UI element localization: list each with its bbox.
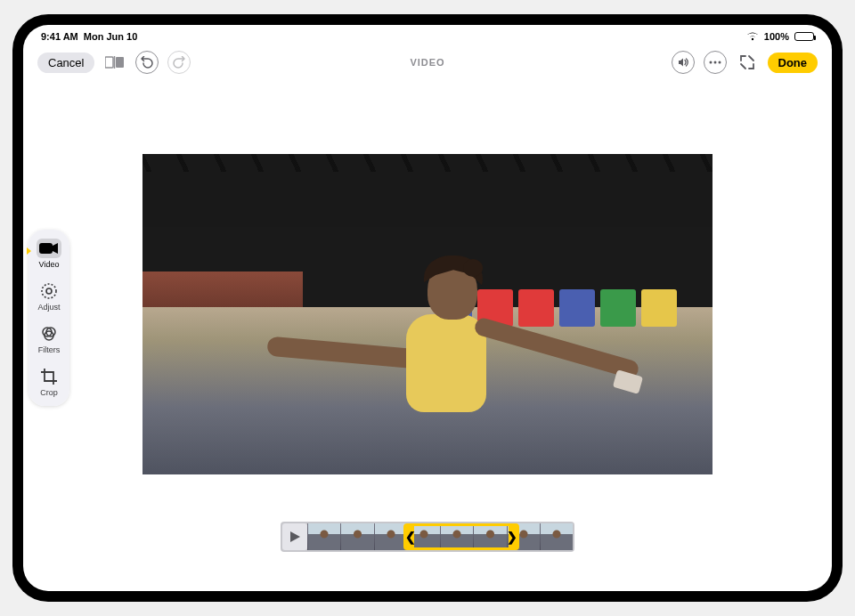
sidebar-item-label: Adjust xyxy=(37,303,60,312)
timeline-thumb xyxy=(307,523,340,550)
ellipsis-icon xyxy=(709,61,721,64)
ipad-device-frame: 9:41 AM Mon Jun 10 100% Cancel xyxy=(12,14,843,602)
svg-rect-2 xyxy=(116,57,124,68)
status-bar: 9:41 AM Mon Jun 10 100% xyxy=(23,28,832,45)
svg-rect-6 xyxy=(39,243,53,254)
screen: 9:41 AM Mon Jun 10 100% Cancel xyxy=(23,25,832,591)
video-preview[interactable] xyxy=(142,154,712,474)
status-date: Mon Jun 10 xyxy=(84,31,138,42)
cancel-button[interactable]: Cancel xyxy=(37,53,94,73)
more-options-button[interactable] xyxy=(704,51,727,74)
battery-percent: 100% xyxy=(764,31,789,42)
timeline[interactable]: ❮ ❯ xyxy=(281,522,574,552)
svg-point-4 xyxy=(713,61,716,64)
speaker-icon xyxy=(677,56,689,69)
svg-point-8 xyxy=(46,288,52,294)
sidebar-item-label: Video xyxy=(39,260,60,269)
redo-button[interactable] xyxy=(167,51,191,74)
done-button[interactable]: Done xyxy=(768,53,818,73)
video-camera-icon xyxy=(37,239,61,258)
aspect-icon xyxy=(105,56,125,69)
sidebar-item-label: Filters xyxy=(38,345,61,354)
sidebar-item-video[interactable]: Video xyxy=(31,239,67,269)
battery-icon xyxy=(794,32,814,41)
svg-rect-0 xyxy=(105,57,113,68)
timeline-thumb xyxy=(473,523,506,550)
crop-icon xyxy=(37,367,61,386)
volume-button[interactable] xyxy=(672,51,695,74)
mode-title: VIDEO xyxy=(410,57,444,68)
aspect-toggle-button[interactable] xyxy=(103,51,126,74)
edit-tools-sidebar: Video Adjust Filters Crop xyxy=(28,230,69,406)
redo-icon xyxy=(173,56,185,69)
sidebar-item-crop[interactable]: Crop xyxy=(31,367,67,397)
adjust-dial-icon xyxy=(37,281,61,301)
trim-handle-left[interactable]: ❮ xyxy=(405,530,416,544)
active-tool-caret-icon xyxy=(27,247,31,255)
fullscreen-button[interactable] xyxy=(736,51,759,74)
video-subject xyxy=(321,261,552,466)
editor-toolbar: Cancel xyxy=(23,45,832,79)
wifi-icon xyxy=(746,32,759,41)
play-button[interactable] xyxy=(282,523,307,550)
undo-button[interactable] xyxy=(135,51,159,74)
timeline-thumb xyxy=(374,523,407,550)
sidebar-item-adjust[interactable]: Adjust xyxy=(31,281,67,312)
filters-circles-icon xyxy=(37,324,61,344)
undo-icon xyxy=(141,56,153,69)
play-icon xyxy=(290,531,300,542)
timeline-area: ❮ ❯ xyxy=(23,522,832,575)
timeline-thumb xyxy=(340,523,373,550)
sidebar-item-label: Crop xyxy=(40,388,58,397)
status-time: 9:41 AM xyxy=(41,31,78,42)
timeline-thumb xyxy=(540,523,573,550)
svg-point-7 xyxy=(42,284,56,298)
svg-point-3 xyxy=(709,61,712,64)
sidebar-item-filters[interactable]: Filters xyxy=(31,324,67,354)
expand-icon xyxy=(739,54,755,70)
preview-area xyxy=(23,79,832,522)
frame-viewer[interactable]: ❮ ❯ xyxy=(307,523,573,550)
svg-point-5 xyxy=(718,61,721,64)
timeline-thumb xyxy=(440,523,473,550)
trim-handle-right[interactable]: ❯ xyxy=(507,530,517,544)
